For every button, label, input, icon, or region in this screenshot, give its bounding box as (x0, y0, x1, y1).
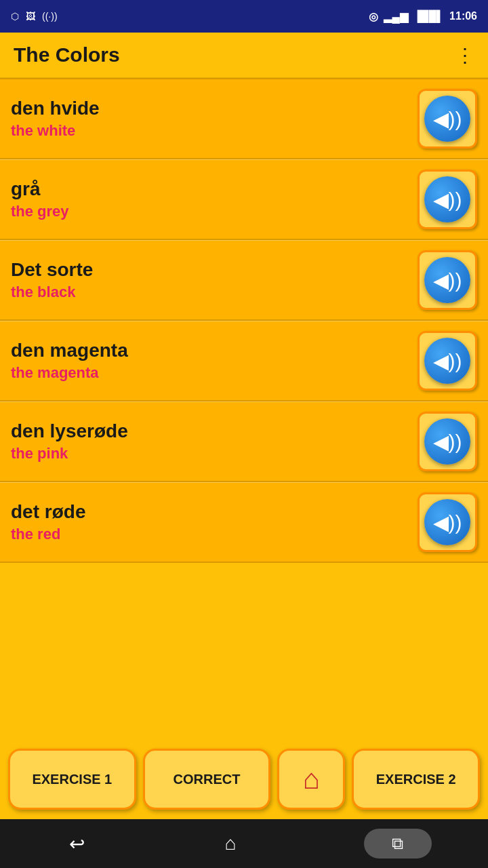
clock: 11:06 (449, 10, 477, 22)
list-item: den magenta the magenta ◀)) (0, 321, 488, 401)
audio-btn-inner-1: ◀)) (424, 96, 470, 142)
target-icon: ◎ (369, 10, 378, 23)
audio-button-4[interactable]: ◀)) (418, 331, 477, 391)
status-bar: ⬡ 🖼 ((·)) ◎ ▂▄▆ ▐██▌ 11:06 (0, 0, 488, 33)
audio-btn-inner-2: ◀)) (424, 176, 470, 222)
spacer (0, 685, 488, 739)
audio-btn-inner-5: ◀)) (424, 418, 470, 465)
list-item-text-3: Det sorte the black (11, 259, 409, 301)
english-word-3: the black (11, 283, 409, 301)
status-left-icons: ⬡ 🖼 ((·)) (11, 11, 58, 22)
cast-icon: ⬡ (11, 11, 19, 22)
back-button[interactable] (56, 823, 97, 864)
danish-word-6: det røde (11, 501, 409, 523)
audio-btn-inner-4: ◀)) (424, 338, 470, 384)
list-item-text-2: grå the grey (11, 178, 409, 220)
audio-button-5[interactable]: ◀)) (418, 412, 477, 471)
english-word-4: the magenta (11, 364, 409, 382)
list-item: den hvide the white ◀)) (0, 78, 488, 159)
list-item-text-6: det røde the red (11, 501, 409, 543)
list-item: den lyserøde the pink ◀)) (0, 401, 488, 482)
battery-icon: ▐██▌ (413, 10, 444, 22)
home-nav-button[interactable] (210, 823, 251, 864)
list-item-text-1: den hvide the white (11, 98, 409, 140)
danish-word-4: den magenta (11, 340, 409, 361)
audio-button-1[interactable]: ◀)) (418, 89, 477, 149)
speaker-icon-2: ◀)) (433, 188, 462, 212)
speaker-icon-3: ◀)) (433, 269, 462, 292)
more-menu-icon[interactable]: ⋮ (455, 44, 474, 66)
house-icon: ⌂ (303, 763, 320, 795)
danish-word-3: Det sorte (11, 259, 409, 281)
list-item-text-4: den magenta the magenta (11, 340, 409, 382)
home-button[interactable]: ⌂ (277, 749, 345, 810)
english-word-5: the pink (11, 445, 409, 462)
list-item: Det sorte the black ◀)) (0, 240, 488, 321)
english-word-6: the red (11, 526, 409, 543)
correct-button[interactable]: CORRECT (143, 749, 271, 810)
signal-icon: ▂▄▆ (384, 10, 407, 23)
app-header: The Colors ⋮ (0, 33, 488, 78)
speaker-icon-4: ◀)) (433, 349, 462, 373)
speaker-icon-6: ◀)) (433, 511, 462, 534)
bottom-buttons: EXERCISE 1 CORRECT ⌂ EXERCISE 2 (0, 739, 488, 819)
audio-button-3[interactable]: ◀)) (418, 250, 477, 310)
danish-word-2: grå (11, 178, 409, 200)
list-item: det røde the red ◀)) (0, 482, 488, 563)
system-nav-bar (0, 819, 488, 868)
list-item: grå the grey ◀)) (0, 159, 488, 240)
page-title: The Colors (14, 43, 120, 66)
wireless-icon: ((·)) (42, 11, 58, 22)
recents-button[interactable] (364, 829, 432, 859)
speaker-icon-5: ◀)) (433, 430, 462, 454)
danish-word-1: den hvide (11, 98, 409, 119)
audio-btn-inner-6: ◀)) (424, 499, 470, 545)
speaker-icon-1: ◀)) (433, 107, 462, 131)
exercise1-button[interactable]: EXERCISE 1 (8, 749, 136, 810)
exercise2-button[interactable]: EXERCISE 2 (352, 749, 480, 810)
audio-button-6[interactable]: ◀)) (418, 492, 477, 552)
color-list: den hvide the white ◀)) grå the grey ◀))… (0, 78, 488, 685)
audio-btn-inner-3: ◀)) (424, 257, 470, 303)
list-item-text-5: den lyserøde the pink (11, 420, 409, 462)
image-icon: 🖼 (26, 11, 35, 22)
english-word-2: the grey (11, 203, 409, 220)
status-right-icons: ◎ ▂▄▆ ▐██▌ 11:06 (369, 10, 477, 23)
danish-word-5: den lyserøde (11, 420, 409, 442)
audio-button-2[interactable]: ◀)) (418, 170, 477, 229)
english-word-1: the white (11, 122, 409, 140)
